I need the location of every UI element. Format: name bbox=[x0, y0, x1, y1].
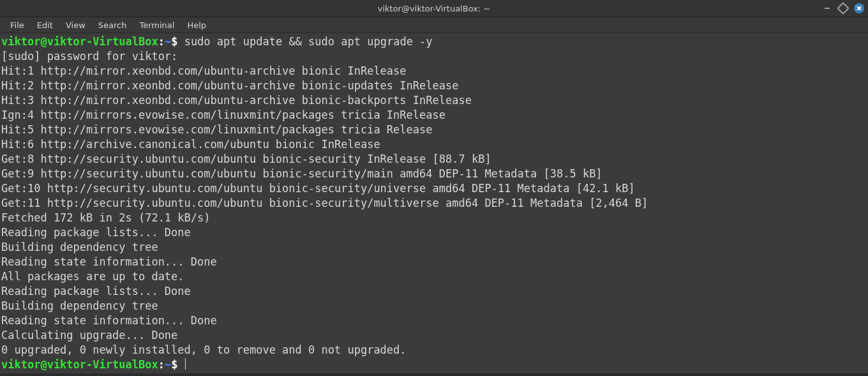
window-titlebar: viktor@viktor-VirtualBox: ~ bbox=[0, 0, 868, 17]
output-line: Hit:2 http://mirror.xeonbd.com/ubuntu-ar… bbox=[1, 79, 867, 93]
output-line: All packages are up to date. bbox=[1, 269, 867, 284]
prompt-cwd: ~ bbox=[165, 358, 171, 371]
menu-view[interactable]: View bbox=[61, 19, 91, 31]
output-line: Get:10 http://security.ubuntu.com/ubuntu… bbox=[1, 181, 867, 196]
menu-file[interactable]: File bbox=[5, 19, 29, 31]
output-line: Reading state information... Done bbox=[1, 255, 867, 269]
maximize-icon[interactable] bbox=[837, 2, 849, 15]
output-line: Hit:6 http://archive.canonical.com/ubunt… bbox=[1, 137, 867, 152]
menu-bar: File Edit View Search Terminal Help bbox=[0, 17, 868, 33]
output-line: Building dependency tree bbox=[1, 240, 867, 255]
minimize-icon[interactable] bbox=[822, 3, 832, 13]
terminal-output[interactable]: viktor@viktor-VirtualBox:~$ sudo apt upd… bbox=[0, 33, 868, 373]
output-line: 0 upgraded, 0 newly installed, 0 to remo… bbox=[1, 343, 867, 357]
window-title: viktor@viktor-VirtualBox: ~ bbox=[378, 4, 491, 13]
output-line: [sudo] password for viktor: bbox=[1, 49, 867, 64]
menu-help[interactable]: Help bbox=[182, 19, 211, 31]
output-line: Hit:1 http://mirror.xeonbd.com/ubuntu-ar… bbox=[1, 64, 867, 79]
output-line: Reading package lists... Done bbox=[1, 225, 867, 240]
menu-search[interactable]: Search bbox=[93, 19, 132, 31]
output-line: Ign:4 http://mirrors.evowise.com/linuxmi… bbox=[1, 108, 867, 123]
output-line: Get:9 http://security.ubuntu.com/ubuntu … bbox=[1, 167, 867, 181]
prompt-userhost: viktor@viktor-VirtualBox bbox=[1, 358, 158, 371]
close-icon[interactable] bbox=[854, 3, 864, 13]
prompt-sep: : bbox=[158, 358, 165, 371]
output-line: Reading state information... Done bbox=[1, 313, 867, 328]
prompt-userhost: viktor@viktor-VirtualBox bbox=[1, 35, 158, 48]
prompt-line: viktor@viktor-VirtualBox:~$ bbox=[1, 357, 867, 372]
output-line: Fetched 172 kB in 2s (72.1 kB/s) bbox=[1, 211, 867, 225]
menu-terminal[interactable]: Terminal bbox=[134, 19, 179, 31]
prompt-sigil: $ bbox=[171, 358, 177, 371]
prompt-line: viktor@viktor-VirtualBox:~$ sudo apt upd… bbox=[1, 34, 867, 49]
output-line: Get:11 http://security.ubuntu.com/ubuntu… bbox=[1, 196, 867, 211]
command-text: sudo apt update && sudo apt upgrade -y bbox=[184, 35, 433, 48]
menu-edit[interactable]: Edit bbox=[32, 19, 58, 31]
prompt-sep: : bbox=[158, 35, 165, 48]
output-line: Hit:3 http://mirror.xeonbd.com/ubuntu-ar… bbox=[1, 93, 867, 108]
cursor-icon bbox=[185, 358, 186, 370]
output-line: Hit:5 http://mirrors.evowise.com/linuxmi… bbox=[1, 123, 867, 137]
output-line: Building dependency tree bbox=[1, 299, 867, 313]
window-controls bbox=[822, 0, 864, 17]
output-line: Get:8 http://security.ubuntu.com/ubuntu … bbox=[1, 152, 867, 167]
output-line: Calculating upgrade... Done bbox=[1, 328, 867, 343]
prompt-sigil: $ bbox=[171, 35, 177, 48]
output-line: Reading package lists... Done bbox=[1, 284, 867, 299]
prompt-cwd: ~ bbox=[165, 35, 171, 48]
